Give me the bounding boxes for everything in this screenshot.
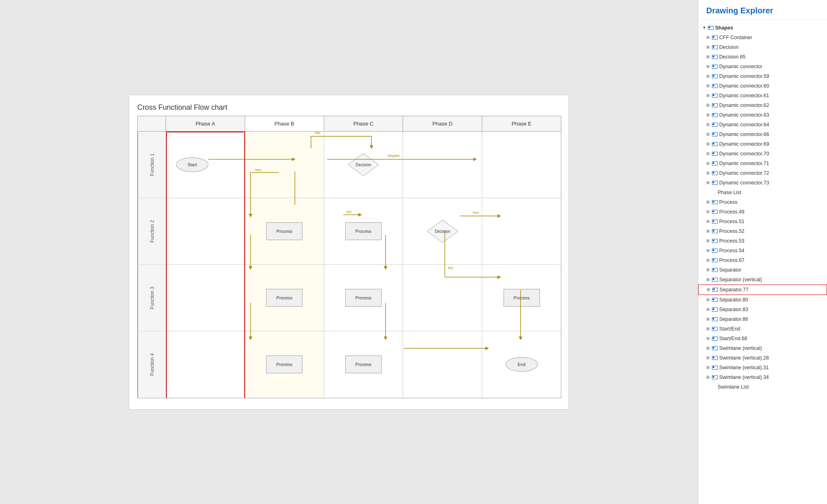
tree-item[interactable]: ⊞ Process bbox=[698, 197, 827, 207]
item-label: Decision bbox=[719, 43, 739, 51]
item-label: Dynamic connector.71 bbox=[719, 159, 769, 167]
process-b4[interactable]: Process bbox=[266, 356, 302, 373]
item-label: Dynamic connector.60 bbox=[719, 82, 769, 90]
f2-phase-b: Process bbox=[245, 198, 324, 264]
phase-header: Phase A Phase B Phase C Phase D Phase E bbox=[138, 116, 561, 132]
tree-item[interactable]: ⊞ Dynamic connector.62 bbox=[698, 100, 827, 110]
process-c3[interactable]: Process bbox=[345, 289, 382, 307]
root-expand-icon: ▼ bbox=[702, 25, 707, 31]
tree-item[interactable]: ⊞ Dynamic connector.71 bbox=[698, 159, 827, 168]
process-e3[interactable]: Process bbox=[504, 289, 540, 307]
tree-item[interactable]: ⊞ Dynamic connector.72 bbox=[698, 168, 827, 178]
expand-icon: ⊞ bbox=[706, 44, 711, 50]
tree-item[interactable]: ⊞ Swimlane (vertical) bbox=[698, 343, 827, 353]
item-label: Dynamic connector.69 bbox=[719, 140, 769, 148]
process-b3[interactable]: Process bbox=[266, 289, 302, 307]
diagram-title: Cross Functional Flow chart bbox=[137, 103, 560, 112]
expand-icon: ⊞ bbox=[706, 141, 711, 147]
shape-icon bbox=[712, 74, 718, 78]
phase-b-header: Phase B bbox=[245, 116, 324, 131]
tree-item[interactable]: ⊞ Dynamic connector.73 bbox=[698, 178, 827, 188]
tree-item[interactable]: ⊞ Decision.65 bbox=[698, 52, 827, 62]
f1-phase-a: Start bbox=[166, 132, 245, 198]
expand-icon: ⊞ bbox=[706, 83, 711, 89]
tree-item[interactable]: ⊞ Process.67 bbox=[698, 255, 827, 265]
function-3-row: Function 3 Process Process bbox=[138, 265, 561, 331]
expand-icon: ⊞ bbox=[706, 326, 711, 332]
tree-item[interactable]: ⊞ Swimlane (vertical).34 bbox=[698, 372, 827, 382]
tree-item[interactable]: ⊞ CFF Container bbox=[698, 33, 827, 42]
tree-item[interactable]: ⊞ Dynamic connector.59 bbox=[698, 71, 827, 81]
tree-item[interactable]: ⊞ Process.54 bbox=[698, 246, 827, 255]
start-shape[interactable]: Start bbox=[176, 157, 208, 172]
end-shape[interactable]: End bbox=[506, 357, 538, 372]
shape-icon bbox=[712, 94, 718, 98]
f2-phase-c: Process bbox=[324, 198, 403, 264]
decision-d2[interactable]: Decision bbox=[426, 219, 459, 243]
tree-item[interactable]: ⊞ Dynamic connector.60 bbox=[698, 81, 827, 91]
process-c2[interactable]: Process bbox=[345, 222, 382, 240]
tree-item[interactable]: ⊞ Process.53 bbox=[698, 236, 827, 246]
tree-item[interactable]: ⊞ Start/End bbox=[698, 324, 827, 334]
expand-icon: ⊞ bbox=[706, 306, 711, 313]
tree-item[interactable]: ⊞ Process.51 bbox=[698, 217, 827, 226]
tree-items-container: ⊞ CFF Container ⊞ Decision ⊞ Decision.65… bbox=[698, 33, 827, 392]
tree-root[interactable]: ▼ Shapes bbox=[698, 23, 827, 33]
tree-container[interactable]: ▼ Shapes ⊞ CFF Container ⊞ Decision ⊞ De… bbox=[698, 20, 827, 504]
expand-icon: ⊞ bbox=[706, 209, 711, 215]
shape-icon bbox=[712, 45, 718, 49]
expand-icon: ⊞ bbox=[706, 199, 711, 205]
item-label: Swimlane (vertical).31 bbox=[719, 364, 769, 372]
item-label: Dynamic connector.73 bbox=[719, 179, 769, 187]
tree-item[interactable]: ⊞ Dynamic connector bbox=[698, 62, 827, 71]
tree-item[interactable]: ⊞ Separator bbox=[698, 265, 827, 275]
shape-icon bbox=[712, 171, 718, 175]
f2-phase-a bbox=[166, 198, 245, 264]
expand-icon: ⊞ bbox=[706, 121, 711, 128]
tree-item[interactable]: ⊞ Dynamic connector.69 bbox=[698, 139, 827, 149]
tree-item[interactable]: ⊞ Dynamic connector.61 bbox=[698, 91, 827, 100]
root-label: Shapes bbox=[715, 24, 733, 32]
item-label: Process.54 bbox=[719, 247, 745, 255]
tree-item[interactable]: ⊞ Swimlane (vertical).31 bbox=[698, 363, 827, 372]
flowchart[interactable]: Phase A Phase B Phase C Phase D Phase E … bbox=[137, 116, 561, 398]
tree-item[interactable]: ⊞ Separator.77 bbox=[698, 284, 827, 295]
expand-icon: ⊞ bbox=[706, 257, 711, 264]
expand-icon: ⊞ bbox=[706, 364, 711, 371]
item-label: Dynamic connector.70 bbox=[719, 150, 769, 158]
expand-icon: ⊞ bbox=[706, 335, 711, 342]
shape-icon bbox=[712, 210, 718, 214]
item-label: Separator.83 bbox=[719, 305, 748, 314]
tree-item[interactable]: Phase List bbox=[698, 188, 827, 197]
f2-phase-e bbox=[482, 198, 561, 264]
tree-item[interactable]: ⊞ Separator.83 bbox=[698, 305, 827, 314]
process-b2[interactable]: Process bbox=[266, 222, 302, 240]
function-1-row: Function 1 Start D bbox=[138, 132, 561, 198]
item-label: Dynamic connector.64 bbox=[719, 121, 769, 129]
f1-phase-c: Decision bbox=[324, 132, 403, 198]
tree-item[interactable]: Swimlane List bbox=[698, 382, 827, 392]
tree-item[interactable]: ⊞ Process.49 bbox=[698, 207, 827, 217]
tree-item[interactable]: ⊞ Dynamic connector.63 bbox=[698, 110, 827, 120]
tree-item[interactable]: ⊞ Dynamic connector.64 bbox=[698, 120, 827, 130]
item-label: Dynamic connector.62 bbox=[719, 101, 769, 109]
item-label: Separator.80 bbox=[719, 296, 748, 304]
tree-item[interactable]: ⊞ Start/End.68 bbox=[698, 334, 827, 343]
tree-item[interactable]: ⊞ Separator.86 bbox=[698, 314, 827, 324]
tree-item[interactable]: ⊞ Separator.80 bbox=[698, 295, 827, 305]
item-label: Dynamic connector.66 bbox=[719, 130, 769, 138]
svg-text:Decision: Decision bbox=[435, 229, 450, 234]
tree-item[interactable]: ⊞ Dynamic connector.66 bbox=[698, 130, 827, 139]
shape-icon bbox=[712, 123, 718, 127]
item-label: Process bbox=[719, 198, 737, 206]
process-c4[interactable]: Process bbox=[345, 356, 382, 373]
tree-item[interactable]: ⊞ Decision bbox=[698, 42, 827, 52]
shape-icon bbox=[712, 161, 718, 165]
diagram-container[interactable]: Cross Functional Flow chart Phase A Phas… bbox=[129, 95, 569, 410]
decision-shape[interactable]: Decision bbox=[347, 153, 380, 177]
tree-item[interactable]: ⊞ Separator (vertical) bbox=[698, 275, 827, 284]
tree-item[interactable]: ⊞ Dynamic connector.70 bbox=[698, 149, 827, 159]
f2-phase-d: Decision bbox=[403, 198, 482, 264]
tree-item[interactable]: ⊞ Process.52 bbox=[698, 226, 827, 236]
tree-item[interactable]: ⊞ Swimlane (vertical).28 bbox=[698, 353, 827, 363]
